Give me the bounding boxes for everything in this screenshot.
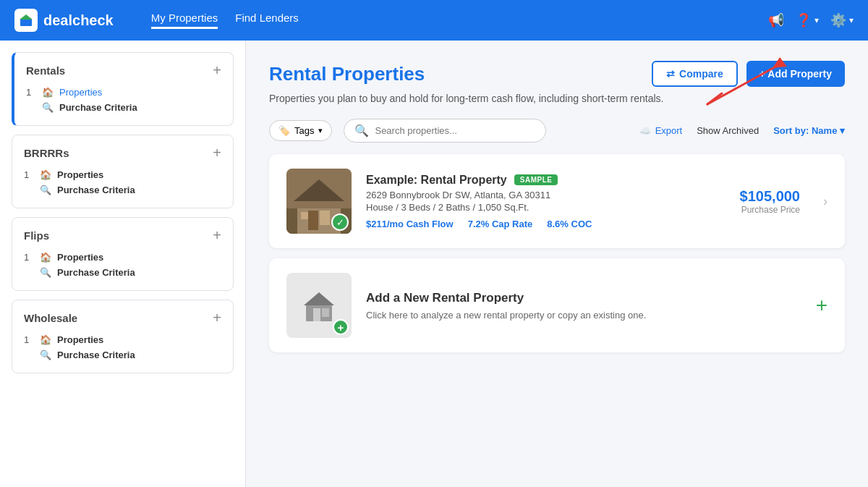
price-value: $105,000: [740, 188, 800, 205]
brrrrrs-title: BRRRRs: [24, 147, 69, 159]
wholesale-properties-link[interactable]: Properties: [57, 334, 103, 345]
flips-add-btn[interactable]: +: [213, 228, 221, 242]
tags-button[interactable]: 🏷️ Tags ▾: [269, 120, 332, 141]
compare-button[interactable]: ⇄ Compare: [652, 61, 738, 87]
add-plus-badge: +: [333, 319, 349, 335]
sample-badge: SAMPLE: [514, 174, 558, 185]
page-layout: Rentals + 1 🏠 Properties 🔍 Purchase Crit…: [0, 41, 868, 487]
rentals-add-btn[interactable]: +: [213, 63, 221, 77]
rentals-criteria-item: 🔍 Purchase Criteria: [26, 100, 221, 115]
logo-icon: [14, 9, 38, 32]
sort-by-label: Sort by: Name ▾: [773, 125, 845, 136]
flips-properties-link[interactable]: Properties: [57, 252, 103, 263]
export-button[interactable]: ☁️ Export: [639, 125, 683, 136]
flips-criteria-link[interactable]: Purchase Criteria: [57, 267, 135, 278]
flips-title: Flips: [24, 229, 49, 242]
add-property-image: +: [286, 273, 352, 338]
main-header: Rental Properties ⇄ Compare + Add Proper…: [269, 61, 845, 87]
cap-rate-metric: 7.2% Cap Rate: [468, 219, 533, 229]
main-content: Rental Properties ⇄ Compare + Add Proper…: [246, 41, 868, 487]
header-buttons: ⇄ Compare + Add Property: [652, 61, 845, 87]
nav-right: 📢 ❓ ▾ ⚙️ ▾: [768, 12, 854, 28]
wholesale-home-icon: 🏠: [40, 334, 51, 345]
compare-icon: ⇄: [666, 68, 675, 80]
brrrrrs-search-icon: 🔍: [40, 185, 51, 195]
rentals-header: Rentals +: [26, 63, 221, 77]
svg-rect-11: [301, 212, 308, 219]
svg-rect-15: [322, 308, 329, 317]
sidebar-section-flips: Flips + 1 🏠 Properties 🔍 Purchase Criter…: [12, 217, 234, 291]
toolbar-right: ☁️ Export Show Archived Sort by: Name ▾: [639, 125, 845, 136]
property-card[interactable]: ✓ Example: Rental Property SAMPLE 2629 B…: [269, 154, 845, 248]
tags-chevron-icon: ▾: [318, 126, 323, 135]
property-metrics: $211/mo Cash Flow 7.2% Cap Rate 8.6% COC: [366, 219, 726, 229]
export-cloud-icon: ☁️: [639, 125, 651, 136]
wholesale-criteria-link[interactable]: Purchase Criteria: [57, 350, 135, 360]
rentals-search-icon: 🔍: [42, 102, 54, 113]
add-property-button[interactable]: + Add Property: [746, 61, 845, 87]
coc-metric: 8.6% COC: [547, 219, 592, 229]
sort-by-value[interactable]: Name ▾: [812, 125, 845, 136]
brrrrrs-criteria-link[interactable]: Purchase Criteria: [57, 185, 135, 195]
add-property-plus-icon[interactable]: +: [816, 294, 827, 317]
price-label: Purchase Price: [740, 205, 800, 215]
tag-icon: 🏷️: [278, 125, 290, 136]
add-property-title: Add a New Rental Property: [366, 291, 801, 305]
svg-rect-14: [313, 308, 320, 321]
flips-criteria-item: 🔍 Purchase Criteria: [24, 265, 221, 280]
nav-links: My Properties Find Lenders: [151, 12, 299, 29]
rentals-properties-item: 1 🏠 Properties: [26, 85, 221, 100]
wholesale-properties-item: 1 🏠 Properties: [24, 332, 221, 347]
property-chevron-icon[interactable]: ›: [823, 194, 827, 209]
nav-my-properties[interactable]: My Properties: [151, 12, 218, 29]
property-price: $105,000 Purchase Price: [740, 188, 800, 215]
flips-count: 1: [24, 252, 34, 263]
wholesale-title: Wholesale: [24, 312, 77, 324]
toolbar: 🏷️ Tags ▾ 🔍 ☁️ Export Show Archived Sort…: [269, 119, 845, 143]
brrrrrs-properties-link[interactable]: Properties: [57, 169, 103, 180]
show-archived-button[interactable]: Show Archived: [697, 125, 759, 136]
help-icon[interactable]: ❓ ▾: [796, 12, 819, 28]
wholesale-add-btn[interactable]: +: [213, 310, 221, 325]
brrrrrs-header: BRRRRs +: [24, 145, 221, 160]
add-property-description: Click here to analyze a new rental prope…: [366, 310, 801, 321]
brrrrrs-add-btn[interactable]: +: [213, 145, 221, 160]
svg-rect-0: [20, 19, 32, 26]
wholesale-search-icon: 🔍: [40, 350, 51, 360]
top-navigation: dealcheck My Properties Find Lenders 📢 ❓…: [0, 0, 868, 41]
search-input[interactable]: [375, 125, 535, 136]
logo-text: dealcheck: [43, 12, 114, 29]
brrrrrs-home-icon: 🏠: [40, 169, 51, 180]
brrrrrs-properties-item: 1 🏠 Properties: [24, 167, 221, 182]
search-box[interactable]: 🔍: [344, 119, 546, 143]
main-description: Properties you plan to buy and hold for …: [269, 93, 845, 104]
settings-icon[interactable]: ⚙️ ▾: [830, 12, 854, 28]
announcements-icon[interactable]: 📢: [768, 12, 784, 28]
page-title: Rental Properties: [269, 63, 425, 85]
rentals-title: Rentals: [26, 64, 65, 77]
logo[interactable]: dealcheck: [14, 9, 114, 32]
rentals-properties-link[interactable]: Properties: [59, 87, 102, 98]
search-icon: 🔍: [354, 124, 369, 137]
property-details: House / 3 Beds / 2 Baths / 1,050 Sq.Ft.: [366, 202, 726, 213]
property-title: Example: Rental Property: [366, 174, 507, 187]
sidebar-section-brrrrrs: BRRRRs + 1 🏠 Properties 🔍 Purchase Crite…: [12, 135, 234, 208]
rentals-criteria-link[interactable]: Purchase Criteria: [59, 102, 137, 113]
property-title-row: Example: Rental Property SAMPLE: [366, 174, 726, 187]
property-image: ✓: [286, 169, 352, 234]
svg-rect-10: [320, 211, 330, 225]
property-info: Example: Rental Property SAMPLE 2629 Bon…: [366, 174, 726, 229]
wholesale-count: 1: [24, 334, 34, 345]
rentals-home-icon: 🏠: [42, 87, 54, 98]
nav-find-lenders[interactable]: Find Lenders: [235, 12, 299, 29]
rentals-count: 1: [26, 87, 36, 98]
flips-properties-item: 1 🏠 Properties: [24, 250, 221, 265]
sidebar-section-rentals: Rentals + 1 🏠 Properties 🔍 Purchase Crit…: [12, 52, 234, 126]
svg-marker-1: [20, 14, 33, 20]
add-new-card[interactable]: + Add a New Rental Property Click here t…: [269, 258, 845, 352]
add-property-info: Add a New Rental Property Click here to …: [366, 291, 801, 321]
brrrrrs-count: 1: [24, 169, 34, 180]
verified-badge: ✓: [331, 213, 349, 231]
svg-marker-13: [304, 292, 334, 305]
flips-home-icon: 🏠: [40, 252, 51, 263]
